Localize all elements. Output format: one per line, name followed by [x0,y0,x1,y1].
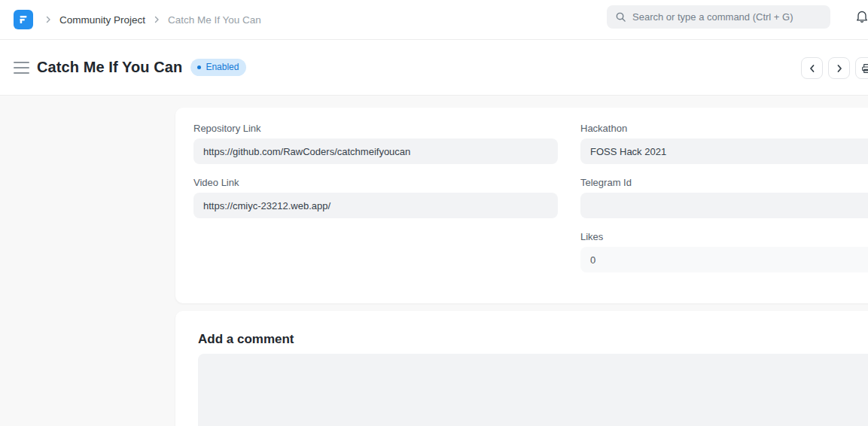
breadcrumb-item-community-project[interactable]: Community Project [59,14,145,26]
telegram-id-input[interactable] [580,193,868,218]
frappe-logo[interactable] [14,10,33,29]
repository-link-input[interactable] [193,138,558,164]
printer-icon [860,62,868,75]
field-video-link: Video Link [193,177,558,218]
sidebar-toggle-icon[interactable] [14,62,29,74]
repository-link-label: Repository Link [193,123,558,134]
print-button[interactable] [855,57,868,79]
likes-label: Likes [580,231,868,242]
search-input[interactable] [632,11,822,23]
telegram-id-label: Telegram Id [580,177,868,188]
status-dot-icon [197,65,201,69]
status-badge: Enabled [190,59,246,75]
form-column-right: Hackathon Telegram Id Likes [580,123,868,285]
content-area: Repository Link Video Link Hackathon Tel… [0,96,868,426]
app-window: Community Project Catch Me If You Can Ca… [0,0,868,426]
status-badge-label: Enabled [206,62,239,72]
comment-card: Add a comment [175,311,868,426]
top-navbar: Community Project Catch Me If You Can [0,0,868,40]
prev-document-button[interactable] [801,57,823,79]
video-link-input[interactable] [193,193,558,218]
hackathon-label: Hackathon [580,123,868,134]
breadcrumb-item-current[interactable]: Catch Me If You Can [168,14,261,26]
video-link-label: Video Link [193,177,558,188]
global-search-bar[interactable] [607,5,830,29]
chevron-left-icon [807,63,818,74]
notifications-bell-icon[interactable] [854,9,868,26]
page-title: Catch Me If You Can [37,59,182,76]
field-hackathon: Hackathon [580,123,868,164]
field-telegram-id: Telegram Id [580,177,868,218]
form-card: Repository Link Video Link Hackathon Tel… [175,108,868,303]
frappe-logo-icon [17,14,29,26]
page-header: Catch Me If You Can Enabled [0,40,868,96]
breadcrumb: Community Project Catch Me If You Can [44,14,261,26]
form-column-left: Repository Link Video Link [193,123,558,285]
comment-input[interactable] [198,354,868,426]
field-likes: Likes [580,231,868,272]
likes-input[interactable] [580,247,868,272]
next-document-button[interactable] [828,57,850,79]
search-icon [615,11,626,23]
chevron-right-icon [834,63,845,74]
chevron-right-icon [152,15,161,24]
field-repository-link: Repository Link [193,123,558,164]
hackathon-input[interactable] [580,138,868,164]
chevron-right-icon [44,15,53,24]
add-comment-heading: Add a comment [198,332,868,347]
